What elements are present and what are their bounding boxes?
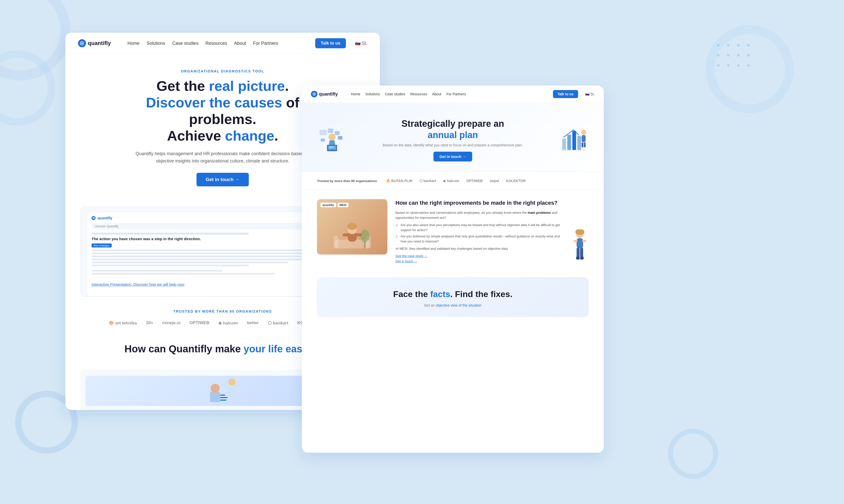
nav-home-back[interactable]: Home bbox=[351, 92, 360, 96]
nav-links-back: Home Solutions Case studies Resources Ab… bbox=[351, 92, 546, 96]
svg-point-13 bbox=[81, 42, 83, 44]
case-caption: At MESI, they identified and validated k… bbox=[395, 246, 563, 252]
case-img-tags: quantifly MESI bbox=[321, 203, 348, 207]
svg-rect-27 bbox=[335, 131, 340, 135]
svg-rect-54 bbox=[343, 233, 350, 236]
demo-badge: Key changes bbox=[92, 244, 112, 248]
nav-cta-button-back[interactable]: Talk to us bbox=[553, 90, 578, 98]
nav-case-studies-back[interactable]: Case studies bbox=[385, 92, 405, 96]
person-illustration-bottom bbox=[571, 229, 589, 263]
svg-rect-64 bbox=[576, 256, 580, 259]
facts-title-back: Face the facts. Find the fixes. bbox=[332, 289, 574, 299]
trusted-section-back: Trusted by more than 80 organizations 🔥 … bbox=[302, 172, 604, 190]
svg-point-7 bbox=[747, 54, 750, 57]
nav-for-partners-front[interactable]: For Partners bbox=[253, 41, 278, 46]
svg-rect-18 bbox=[228, 384, 236, 397]
svg-point-4 bbox=[717, 54, 719, 57]
svg-rect-38 bbox=[562, 139, 566, 150]
svg-point-56 bbox=[360, 230, 369, 242]
nav-case-studies-front[interactable]: Case studies bbox=[172, 41, 198, 46]
svg-rect-34 bbox=[329, 147, 334, 147]
annual-cta-button[interactable]: Get in touch → bbox=[433, 152, 472, 161]
svg-rect-48 bbox=[333, 236, 338, 249]
svg-rect-21 bbox=[220, 397, 228, 398]
svg-rect-44 bbox=[581, 142, 583, 147]
case-study-intro: Based on observations and conversations … bbox=[395, 210, 563, 221]
logo-back[interactable]: quantifly bbox=[311, 91, 338, 97]
annual-title: Strategically prepare an annual plan bbox=[355, 118, 551, 141]
svg-point-19 bbox=[229, 378, 235, 385]
nav-solutions-front[interactable]: Solutions bbox=[147, 41, 165, 46]
trusted-back-logo-1: ⬡ bankart bbox=[419, 179, 436, 183]
demo-logo: quantifly bbox=[97, 216, 112, 220]
trusted-logo-2: ceneje.si bbox=[162, 320, 180, 325]
svg-rect-16 bbox=[210, 392, 220, 402]
svg-rect-39 bbox=[567, 135, 571, 150]
nav-for-partners-back[interactable]: For Partners bbox=[446, 92, 466, 96]
svg-point-6 bbox=[737, 54, 740, 57]
annual-section: Strategically prepare an annual plan Bas… bbox=[302, 103, 604, 172]
case-study-image: quantifly MESI bbox=[317, 199, 388, 254]
facts-subtitle-back: Get an objective view of the situation bbox=[377, 303, 528, 308]
svg-point-8 bbox=[717, 64, 719, 67]
nav-solutions-back[interactable]: Solutions bbox=[365, 92, 380, 96]
svg-point-53 bbox=[347, 223, 357, 230]
logo-front[interactable]: quantifly bbox=[78, 39, 111, 47]
svg-point-30 bbox=[328, 133, 336, 141]
svg-rect-25 bbox=[320, 130, 326, 135]
nav-front: quantifly Home Solutions Case studies Re… bbox=[66, 33, 380, 54]
nav-resources-back[interactable]: Resources bbox=[410, 92, 427, 96]
case-img-person bbox=[321, 221, 384, 251]
logo-icon-front bbox=[78, 39, 86, 47]
svg-rect-36 bbox=[338, 136, 342, 140]
svg-point-24 bbox=[314, 93, 315, 95]
svg-rect-26 bbox=[328, 128, 333, 133]
svg-rect-41 bbox=[577, 136, 581, 150]
case-text-back: How can the right improvements be made i… bbox=[395, 199, 563, 263]
get-in-touch-link-back[interactable]: Get in touch → bbox=[395, 259, 563, 263]
svg-point-17 bbox=[211, 384, 220, 393]
svg-point-9 bbox=[727, 64, 730, 67]
nav-flag-front[interactable]: 🇸🇮 SL bbox=[355, 40, 367, 46]
nav-about-front[interactable]: About bbox=[234, 41, 246, 46]
svg-point-42 bbox=[581, 130, 586, 135]
nav-home-front[interactable]: Home bbox=[128, 41, 140, 46]
svg-rect-40 bbox=[572, 131, 576, 150]
svg-point-5 bbox=[727, 54, 730, 57]
nav-flag-back[interactable]: 🇸🇮 SL bbox=[585, 92, 595, 96]
svg-rect-65 bbox=[580, 256, 583, 259]
hero-cta-button-front[interactable]: Get in touch → bbox=[196, 173, 249, 186]
svg-point-10 bbox=[737, 64, 740, 67]
nav-cta-button-front[interactable]: Talk to us bbox=[315, 38, 346, 48]
case-study-title: How can the right improvements be made i… bbox=[395, 199, 563, 207]
trusted-logos-back: 🔥 BUTAN PLIN ⬡ bankart ◈ halcom OPTIWEB … bbox=[386, 179, 525, 183]
trusted-back-logo-5: KOLEKTOR bbox=[506, 179, 525, 183]
trusted-logo-4: ◈ halcom bbox=[218, 320, 238, 326]
annual-illustration-left bbox=[317, 125, 347, 155]
facts-section-back: Face the facts. Find the fixes. Get an o… bbox=[317, 277, 589, 317]
trusted-logo-0: 🎨 art tehnika bbox=[109, 320, 137, 326]
svg-point-11 bbox=[747, 64, 750, 67]
facts-link[interactable]: objective view of the situation bbox=[436, 303, 482, 307]
trusted-label-back: Trusted by more than 80 organizations bbox=[317, 179, 377, 183]
svg-rect-57 bbox=[364, 241, 365, 249]
svg-rect-45 bbox=[584, 142, 586, 147]
nav-resources-front[interactable]: Resources bbox=[205, 41, 227, 46]
hero-subtitle-front: Quantifly helps management and HR profes… bbox=[134, 150, 311, 165]
svg-rect-35 bbox=[329, 148, 333, 148]
check-icon-0: ✓ bbox=[395, 223, 398, 228]
see-case-study-link[interactable]: See the case study → bbox=[395, 254, 563, 258]
svg-point-3 bbox=[747, 44, 750, 47]
annual-subtitle: Based on the data, identify what you nee… bbox=[355, 143, 551, 147]
demo-interactive-link[interactable]: Interactive Presentation: Discover how w… bbox=[92, 282, 184, 286]
check-icon-1: ✓ bbox=[395, 234, 398, 239]
nav-about-back[interactable]: About bbox=[432, 92, 442, 96]
svg-rect-37 bbox=[321, 139, 325, 142]
svg-rect-62 bbox=[577, 248, 580, 257]
svg-rect-59 bbox=[577, 238, 583, 248]
svg-rect-63 bbox=[580, 248, 583, 257]
svg-point-1 bbox=[727, 44, 730, 47]
case-check-1: ✓ Are you bothered by simple analyses th… bbox=[395, 234, 563, 244]
case-check-0: ✓ Are you also aware that your perceptio… bbox=[395, 222, 563, 232]
svg-rect-61 bbox=[582, 240, 586, 242]
